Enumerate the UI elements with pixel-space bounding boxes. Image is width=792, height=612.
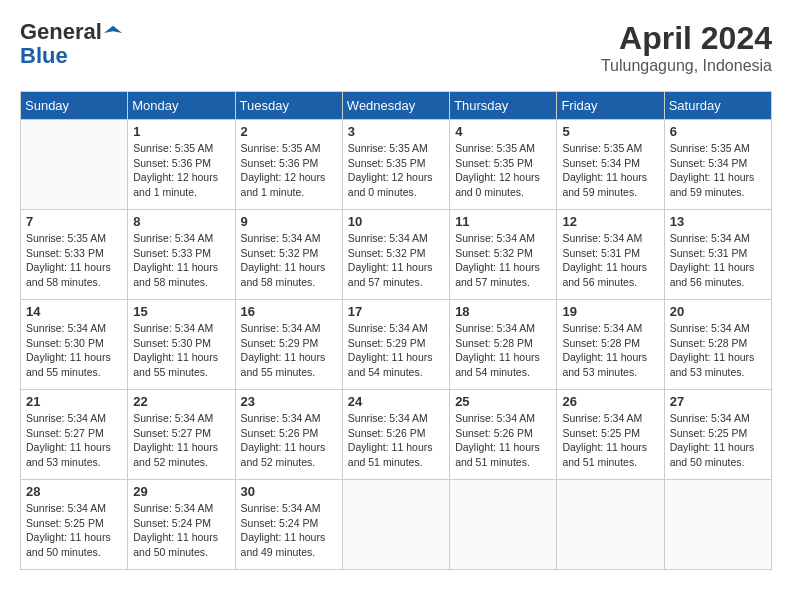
calendar-week-row: 14Sunrise: 5:34 AMSunset: 5:30 PMDayligh… [21,300,772,390]
calendar-cell: 7Sunrise: 5:35 AMSunset: 5:33 PMDaylight… [21,210,128,300]
calendar-cell: 2Sunrise: 5:35 AMSunset: 5:36 PMDaylight… [235,120,342,210]
calendar-cell: 24Sunrise: 5:34 AMSunset: 5:26 PMDayligh… [342,390,449,480]
day-number: 8 [133,214,229,229]
calendar-cell [342,480,449,570]
calendar-cell [664,480,771,570]
calendar-cell: 18Sunrise: 5:34 AMSunset: 5:28 PMDayligh… [450,300,557,390]
day-number: 17 [348,304,444,319]
day-info: Sunrise: 5:34 AMSunset: 5:27 PMDaylight:… [26,411,122,470]
day-info: Sunrise: 5:34 AMSunset: 5:29 PMDaylight:… [348,321,444,380]
day-number: 16 [241,304,337,319]
calendar-cell: 3Sunrise: 5:35 AMSunset: 5:35 PMDaylight… [342,120,449,210]
calendar-cell: 23Sunrise: 5:34 AMSunset: 5:26 PMDayligh… [235,390,342,480]
day-info: Sunrise: 5:34 AMSunset: 5:24 PMDaylight:… [241,501,337,560]
day-number: 19 [562,304,658,319]
logo-text: General Blue [20,20,122,68]
calendar-cell: 17Sunrise: 5:34 AMSunset: 5:29 PMDayligh… [342,300,449,390]
day-info: Sunrise: 5:34 AMSunset: 5:31 PMDaylight:… [562,231,658,290]
day-info: Sunrise: 5:35 AMSunset: 5:35 PMDaylight:… [348,141,444,200]
calendar-cell: 30Sunrise: 5:34 AMSunset: 5:24 PMDayligh… [235,480,342,570]
day-number: 6 [670,124,766,139]
day-info: Sunrise: 5:35 AMSunset: 5:34 PMDaylight:… [670,141,766,200]
day-number: 3 [348,124,444,139]
calendar-week-row: 1Sunrise: 5:35 AMSunset: 5:36 PMDaylight… [21,120,772,210]
day-header-saturday: Saturday [664,92,771,120]
calendar-cell: 22Sunrise: 5:34 AMSunset: 5:27 PMDayligh… [128,390,235,480]
day-info: Sunrise: 5:34 AMSunset: 5:32 PMDaylight:… [455,231,551,290]
calendar-cell: 25Sunrise: 5:34 AMSunset: 5:26 PMDayligh… [450,390,557,480]
month-year: April 2024 [601,20,772,57]
calendar-cell: 9Sunrise: 5:34 AMSunset: 5:32 PMDaylight… [235,210,342,300]
day-header-monday: Monday [128,92,235,120]
day-number: 28 [26,484,122,499]
calendar-cell [21,120,128,210]
calendar-cell: 28Sunrise: 5:34 AMSunset: 5:25 PMDayligh… [21,480,128,570]
day-number: 29 [133,484,229,499]
day-info: Sunrise: 5:34 AMSunset: 5:33 PMDaylight:… [133,231,229,290]
day-number: 9 [241,214,337,229]
day-info: Sunrise: 5:35 AMSunset: 5:35 PMDaylight:… [455,141,551,200]
day-header-friday: Friday [557,92,664,120]
calendar-cell [450,480,557,570]
day-number: 14 [26,304,122,319]
day-number: 7 [26,214,122,229]
calendar-cell: 15Sunrise: 5:34 AMSunset: 5:30 PMDayligh… [128,300,235,390]
day-number: 22 [133,394,229,409]
day-info: Sunrise: 5:34 AMSunset: 5:27 PMDaylight:… [133,411,229,470]
day-number: 30 [241,484,337,499]
day-info: Sunrise: 5:34 AMSunset: 5:32 PMDaylight:… [348,231,444,290]
location: Tulungagung, Indonesia [601,57,772,75]
day-info: Sunrise: 5:34 AMSunset: 5:24 PMDaylight:… [133,501,229,560]
day-info: Sunrise: 5:35 AMSunset: 5:36 PMDaylight:… [133,141,229,200]
day-header-wednesday: Wednesday [342,92,449,120]
calendar-week-row: 21Sunrise: 5:34 AMSunset: 5:27 PMDayligh… [21,390,772,480]
day-number: 21 [26,394,122,409]
day-number: 10 [348,214,444,229]
calendar-cell: 11Sunrise: 5:34 AMSunset: 5:32 PMDayligh… [450,210,557,300]
calendar-cell: 13Sunrise: 5:34 AMSunset: 5:31 PMDayligh… [664,210,771,300]
day-info: Sunrise: 5:34 AMSunset: 5:26 PMDaylight:… [455,411,551,470]
day-number: 25 [455,394,551,409]
day-info: Sunrise: 5:34 AMSunset: 5:28 PMDaylight:… [455,321,551,380]
calendar-cell: 27Sunrise: 5:34 AMSunset: 5:25 PMDayligh… [664,390,771,480]
day-number: 2 [241,124,337,139]
day-number: 12 [562,214,658,229]
title-section: April 2024 Tulungagung, Indonesia [601,20,772,75]
day-number: 26 [562,394,658,409]
day-info: Sunrise: 5:34 AMSunset: 5:25 PMDaylight:… [670,411,766,470]
day-number: 15 [133,304,229,319]
day-info: Sunrise: 5:35 AMSunset: 5:33 PMDaylight:… [26,231,122,290]
svg-marker-0 [104,26,122,33]
logo: General Blue [20,20,122,68]
calendar-cell [557,480,664,570]
logo-bird-icon [104,24,122,42]
day-number: 23 [241,394,337,409]
day-number: 27 [670,394,766,409]
page-header: General Blue April 2024 Tulungagung, Ind… [20,20,772,75]
day-info: Sunrise: 5:34 AMSunset: 5:32 PMDaylight:… [241,231,337,290]
calendar-cell: 19Sunrise: 5:34 AMSunset: 5:28 PMDayligh… [557,300,664,390]
calendar-table: SundayMondayTuesdayWednesdayThursdayFrid… [20,91,772,570]
calendar-cell: 5Sunrise: 5:35 AMSunset: 5:34 PMDaylight… [557,120,664,210]
day-info: Sunrise: 5:34 AMSunset: 5:25 PMDaylight:… [26,501,122,560]
calendar-header-row: SundayMondayTuesdayWednesdayThursdayFrid… [21,92,772,120]
day-number: 4 [455,124,551,139]
day-number: 1 [133,124,229,139]
calendar-cell: 12Sunrise: 5:34 AMSunset: 5:31 PMDayligh… [557,210,664,300]
day-header-tuesday: Tuesday [235,92,342,120]
day-number: 5 [562,124,658,139]
day-info: Sunrise: 5:35 AMSunset: 5:34 PMDaylight:… [562,141,658,200]
calendar-cell: 26Sunrise: 5:34 AMSunset: 5:25 PMDayligh… [557,390,664,480]
day-info: Sunrise: 5:34 AMSunset: 5:30 PMDaylight:… [26,321,122,380]
calendar-cell: 8Sunrise: 5:34 AMSunset: 5:33 PMDaylight… [128,210,235,300]
calendar-cell: 16Sunrise: 5:34 AMSunset: 5:29 PMDayligh… [235,300,342,390]
day-info: Sunrise: 5:35 AMSunset: 5:36 PMDaylight:… [241,141,337,200]
day-info: Sunrise: 5:34 AMSunset: 5:31 PMDaylight:… [670,231,766,290]
day-info: Sunrise: 5:34 AMSunset: 5:28 PMDaylight:… [562,321,658,380]
day-number: 20 [670,304,766,319]
day-info: Sunrise: 5:34 AMSunset: 5:30 PMDaylight:… [133,321,229,380]
day-number: 18 [455,304,551,319]
calendar-cell: 21Sunrise: 5:34 AMSunset: 5:27 PMDayligh… [21,390,128,480]
calendar-cell: 6Sunrise: 5:35 AMSunset: 5:34 PMDaylight… [664,120,771,210]
logo-general: General [20,20,102,44]
